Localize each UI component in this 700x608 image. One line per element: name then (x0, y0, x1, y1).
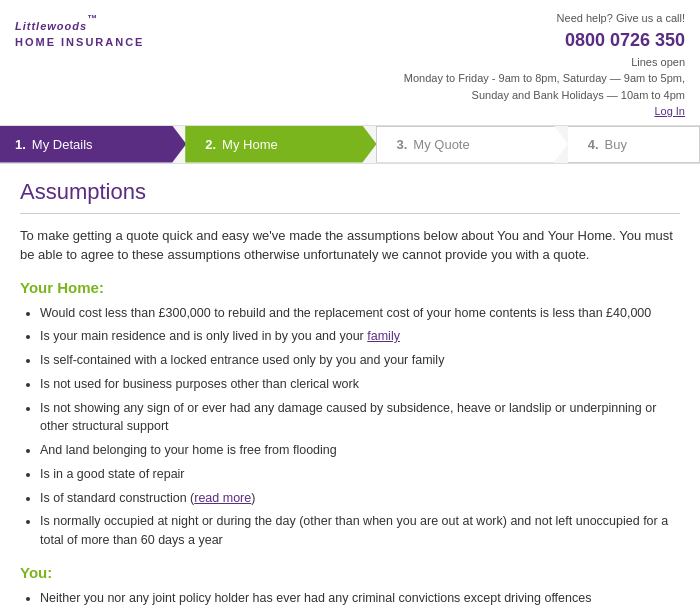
you-title: You: (20, 564, 680, 581)
step-my-quote[interactable]: 3. My Quote (376, 126, 568, 163)
phone-number: 0800 0726 350 (404, 27, 685, 54)
title-divider (20, 213, 680, 214)
step2-label: My Home (222, 137, 278, 152)
hours: Monday to Friday - 9am to 8pm, Saturday … (404, 72, 685, 84)
header: Littlewoods™ HOME INSURANCE Need help? G… (0, 0, 700, 125)
step-my-home[interactable]: 2. My Home (185, 126, 376, 163)
page-title: Assumptions (20, 179, 680, 205)
list-item: Would cost less than £300,000 to rebuild… (40, 304, 680, 323)
step4-label: Buy (605, 137, 627, 152)
you-list: Neither you nor any joint policy holder … (40, 589, 680, 608)
family-link[interactable]: family (367, 329, 400, 343)
your-home-title: Your Home: (20, 279, 680, 296)
step4-number: 4. (588, 137, 599, 152)
list-item: And land belonging to your home is free … (40, 441, 680, 460)
list-item: Is normally occupied at night or during … (40, 512, 680, 550)
progress-bar: 1. My Details 2. My Home 3. My Quote 4. … (0, 125, 700, 164)
help-text: Need help? Give us a call! (557, 12, 685, 24)
step3-number: 3. (397, 137, 408, 152)
list-item: Is your main residence and is only lived… (40, 327, 680, 346)
list-item: Is of standard construction (read more) (40, 489, 680, 508)
logo-sub: HOME INSURANCE (15, 36, 144, 48)
step-my-details[interactable]: 1. My Details (0, 126, 186, 163)
intro-text: To make getting a quote quick and easy w… (20, 226, 680, 265)
contact-info: Need help? Give us a call! 0800 0726 350… (404, 10, 685, 120)
list-item: Is not showing any sign of or ever had a… (40, 399, 680, 437)
hours2: Sunday and Bank Holidays — 10am to 4pm (472, 89, 685, 101)
lines-open: Lines open (631, 56, 685, 68)
main-content: Assumptions To make getting a quote quic… (0, 164, 700, 609)
logo: Littlewoods™ (15, 10, 144, 36)
list-item: Neither you nor any joint policy holder … (40, 589, 680, 608)
step-buy[interactable]: 4. Buy (568, 126, 700, 163)
step1-number: 1. (15, 137, 26, 152)
step3-label: My Quote (413, 137, 469, 152)
your-home-list: Would cost less than £300,000 to rebuild… (40, 304, 680, 550)
login-link[interactable]: Log In (654, 105, 685, 117)
list-item: Is self-contained with a locked entrance… (40, 351, 680, 370)
read-more-link[interactable]: read more (194, 491, 251, 505)
logo-text: Littlewoods (15, 20, 87, 32)
step2-number: 2. (205, 137, 216, 152)
logo-container: Littlewoods™ HOME INSURANCE (15, 10, 144, 48)
step1-label: My Details (32, 137, 93, 152)
list-item: Is in a good state of repair (40, 465, 680, 484)
list-item: Is not used for business purposes other … (40, 375, 680, 394)
